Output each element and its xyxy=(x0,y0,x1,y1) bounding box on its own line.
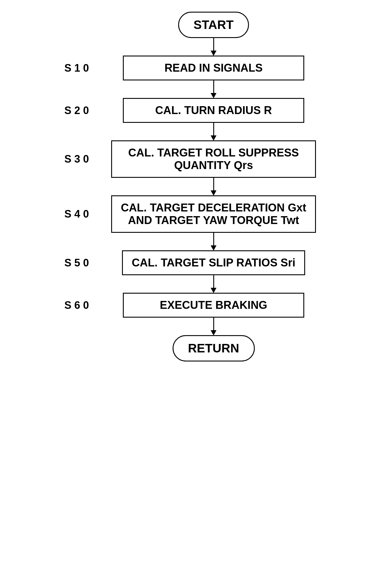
arrow-shape-4 xyxy=(211,233,216,251)
arrow-line-4 xyxy=(213,233,214,245)
step-s60-row: S 6 0 EXECUTE BRAKING xyxy=(64,293,328,318)
step-s50-label: S 5 0 xyxy=(64,257,99,269)
step-s40-label: S 4 0 xyxy=(64,208,99,220)
arrow-2 xyxy=(64,123,328,140)
arrow-6 xyxy=(64,318,328,335)
arrow-head-3 xyxy=(211,190,216,196)
arrow-5 xyxy=(64,275,328,293)
arrow-head-0 xyxy=(211,51,216,56)
arrow-line-3 xyxy=(213,178,214,190)
arrow-line-0 xyxy=(213,38,214,51)
arrow-shape-3 xyxy=(211,178,216,196)
start-box: START xyxy=(178,12,249,38)
step-s60-label: S 6 0 xyxy=(64,299,99,311)
return-box: RETURN xyxy=(173,335,255,361)
step-s10-row: S 1 0 READ IN SIGNALS xyxy=(64,56,328,80)
step-s10-box: READ IN SIGNALS xyxy=(123,56,304,80)
arrow-shape-2 xyxy=(211,123,216,141)
flowchart: START S 1 0 READ IN SIGNALS S 2 0 CAL. T… xyxy=(64,12,328,361)
arrow-line-5 xyxy=(213,275,214,288)
step-s20-box: CAL. TURN RADIUS R xyxy=(123,98,304,123)
arrow-line-6 xyxy=(213,317,214,330)
arrow-shape-1 xyxy=(211,80,216,98)
step-s50-box: CAL. TARGET SLIP RATIOS Sri xyxy=(122,250,305,275)
step-s10-wrapper: READ IN SIGNALS xyxy=(99,56,328,80)
start-box-wrapper: START xyxy=(99,12,328,38)
arrow-shape-0 xyxy=(211,38,216,56)
step-s40-row: S 4 0 CAL. TARGET DECELERATION GxtAND TA… xyxy=(64,195,328,233)
step-s30-box: CAL. TARGET ROLL SUPPRESSQUANTITY Qrs xyxy=(111,140,316,178)
step-s30-wrapper: CAL. TARGET ROLL SUPPRESSQUANTITY Qrs xyxy=(99,140,328,178)
arrow-head-6 xyxy=(211,330,216,335)
arrow-head-5 xyxy=(211,288,216,293)
step-s20-label: S 2 0 xyxy=(64,104,99,117)
arrow-shape-5 xyxy=(211,275,216,293)
arrow-shape-6 xyxy=(211,317,216,335)
step-s50-wrapper: CAL. TARGET SLIP RATIOS Sri xyxy=(99,250,328,275)
return-box-wrapper: RETURN xyxy=(99,335,328,361)
step-s20-row: S 2 0 CAL. TURN RADIUS R xyxy=(64,98,328,123)
step-s60-box: EXECUTE BRAKING xyxy=(123,293,304,318)
arrow-line-1 xyxy=(213,80,214,93)
arrow-head-1 xyxy=(211,93,216,98)
step-s60-wrapper: EXECUTE BRAKING xyxy=(99,293,328,318)
arrow-4 xyxy=(64,233,328,250)
arrow-0 xyxy=(64,38,328,56)
step-s30-row: S 3 0 CAL. TARGET ROLL SUPPRESSQUANTITY … xyxy=(64,140,328,178)
start-row: START xyxy=(64,12,328,38)
step-s40-wrapper: CAL. TARGET DECELERATION GxtAND TARGET Y… xyxy=(99,195,328,233)
step-s30-label: S 3 0 xyxy=(64,153,99,165)
arrow-1 xyxy=(64,80,328,98)
return-row: RETURN xyxy=(64,335,328,361)
step-s40-box: CAL. TARGET DECELERATION GxtAND TARGET Y… xyxy=(111,195,316,233)
step-s50-row: S 5 0 CAL. TARGET SLIP RATIOS Sri xyxy=(64,250,328,275)
arrow-3 xyxy=(64,178,328,195)
step-s20-wrapper: CAL. TURN RADIUS R xyxy=(99,98,328,123)
arrow-head-4 xyxy=(211,245,216,251)
step-s10-label: S 1 0 xyxy=(64,62,99,74)
arrow-line-2 xyxy=(213,123,214,135)
arrow-head-2 xyxy=(211,135,216,141)
